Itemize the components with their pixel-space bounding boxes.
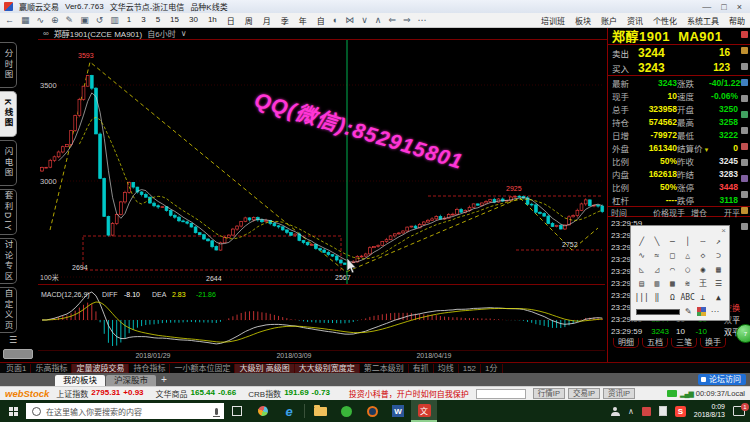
page-tab[interactable]: 页面1 [2, 364, 31, 373]
edge-tool-icon[interactable] [741, 47, 748, 54]
taskbar-clock[interactable]: 0:092018/8/13 [694, 403, 725, 419]
prev-page-icon[interactable]: ⇐ [388, 16, 396, 25]
edge-tool-icon[interactable] [741, 159, 748, 166]
notification-icon[interactable]: 1 [733, 406, 745, 416]
edge-tool-icon[interactable] [741, 207, 748, 214]
page-tab[interactable]: 有抓 [409, 364, 434, 373]
period-button[interactable]: 自 [316, 15, 326, 26]
edge-tool-icon[interactable] [741, 111, 748, 118]
page-tab[interactable]: 定量波段交易 [72, 364, 129, 373]
save-icon[interactable]: ▣ [80, 16, 89, 25]
grid-layout-icon[interactable]: ▦ [21, 16, 30, 25]
block-tab[interactable]: 我的板块 [55, 375, 105, 386]
candle-compare-icon[interactable]: ◐ [333, 16, 338, 25]
draw-tool-icon[interactable]: ▦ [711, 263, 726, 277]
period-button[interactable]: 月 [262, 15, 272, 26]
minimize-button[interactable]: — [702, 2, 711, 12]
draw-tool-icon[interactable]: 王 [695, 277, 710, 291]
edge-browser-icon[interactable]: e [276, 400, 302, 422]
period-button[interactable]: 5 [155, 15, 161, 26]
close-button[interactable]: × [737, 2, 742, 12]
draw-tool-icon[interactable]: ABC [680, 291, 695, 305]
chevron-down-icon[interactable]: ∨ [181, 29, 187, 38]
menu-item[interactable]: 培训班 [541, 15, 565, 26]
mic-icon[interactable] [215, 408, 218, 415]
menu-item[interactable]: 板块 [575, 15, 591, 26]
page-tab[interactable]: 1分 [481, 364, 502, 373]
draw-tool-icon[interactable]: ┄ [695, 235, 710, 249]
draw-tool-icon[interactable]: ⊃ [711, 249, 726, 263]
draw-tool-icon[interactable]: ≋ [680, 277, 695, 291]
draw-tool-icon[interactable]: □ [665, 249, 680, 263]
sogou-icon[interactable]: S [675, 406, 686, 417]
wenhua-app-icon[interactable]: 文 [411, 400, 437, 422]
crosshair-icon[interactable]: ⊕ [51, 16, 59, 25]
edge-tool-icon[interactable] [741, 127, 748, 134]
task-view-button[interactable] [224, 400, 250, 422]
draw-tool-icon[interactable]: ▩ [665, 277, 680, 291]
draw-tool-icon[interactable]: ∿ [634, 249, 649, 263]
draw-tool-icon[interactable]: ||| [634, 291, 649, 305]
add-block-tab-button[interactable]: + [161, 374, 167, 386]
chart-canvas[interactable]: 35932694264425672925275235003000100米MACD… [38, 40, 605, 362]
draw-tool-icon[interactable]: △ [680, 249, 695, 263]
page-tab[interactable]: 乐高指标 [31, 364, 72, 373]
draw-tool-icon[interactable]: ↗ [711, 235, 726, 249]
edge-tool-icon[interactable] [741, 63, 748, 70]
draw-tool-icon[interactable]: ⊥ [695, 291, 710, 305]
menu-item[interactable]: 帮助 [729, 15, 745, 26]
assistant-bubble[interactable]: 7 [736, 324, 750, 343]
edge-tool-icon[interactable] [741, 223, 748, 230]
back-icon[interactable]: ← [5, 16, 14, 25]
taskbar-search[interactable]: 在这里输入你要搜索的内容 [26, 403, 224, 419]
page-tab[interactable]: 大大级别宽度定 [295, 364, 360, 373]
draw-tool-icon[interactable]: ╲ [649, 235, 664, 249]
edge-tool-icon[interactable] [741, 79, 748, 86]
draw-tool-icon[interactable]: ◉ [695, 263, 710, 277]
more-tools-button[interactable]: ⋯ [711, 307, 719, 316]
draw-tool-icon[interactable]: ‖ [649, 291, 664, 305]
more-icon[interactable]: ⋯ [418, 16, 427, 25]
draw-tool-icon[interactable]: │ [680, 235, 695, 249]
period-button[interactable]: 年 [298, 15, 308, 26]
edge-tool-icon[interactable] [741, 143, 748, 150]
edge-tool-icon[interactable] [741, 191, 748, 198]
menu-item[interactable]: 资讯 [627, 15, 643, 26]
draw-tool-icon[interactable]: ▲ [711, 291, 726, 305]
draw-tool-icon[interactable]: ╱ [634, 235, 649, 249]
draw-tool-icon[interactable]: ◿ [649, 263, 664, 277]
clipboard-icon[interactable] [659, 406, 667, 416]
sidebar-tab[interactable]: 自定义页 [0, 287, 17, 333]
page-tab[interactable]: 均线 [434, 364, 459, 373]
tape-row[interactable]: 23:29:59324310-10双平 [608, 325, 750, 337]
menu-item[interactable]: 系统工具 [687, 15, 719, 26]
file-explorer-icon[interactable] [307, 400, 333, 422]
draw-tool-icon[interactable]: ▤ [634, 277, 649, 291]
menu-item[interactable]: 账户 [601, 15, 617, 26]
sidebar-bottom-button[interactable] [3, 349, 33, 359]
maximize-button[interactable]: □ [721, 2, 726, 12]
tape-tab[interactable]: 明细 [613, 338, 639, 348]
ask-price[interactable]: 3244 [638, 46, 665, 60]
tape-tab[interactable]: 三笔 [671, 338, 697, 348]
ip-server-button[interactable]: 交易IP [568, 388, 600, 399]
edge-tool-icon[interactable] [741, 31, 748, 38]
sidebar-tab[interactable]: K线图 [0, 91, 17, 137]
tray-expand-icon[interactable]: ∧ [628, 407, 634, 416]
refresh-icon[interactable]: ↺ [96, 16, 104, 25]
sidebar-tab[interactable]: 讨论专区 [0, 238, 17, 284]
block-tab[interactable]: 沪深股市 [106, 375, 156, 386]
edge-tool-icon[interactable] [741, 95, 748, 102]
period-button[interactable]: 日 [226, 15, 236, 26]
start-button[interactable] [0, 400, 26, 422]
line-style-swatch[interactable] [636, 309, 680, 315]
instrument-label[interactable]: 郑醇1901(CZCE MA901) [54, 28, 142, 39]
color-picker-icon[interactable] [697, 307, 706, 316]
palette-close-icon[interactable]: × [721, 226, 726, 235]
edge-tool-icon[interactable] [741, 175, 748, 182]
draw-tool-icon[interactable]: ☰ [711, 277, 726, 291]
period-button[interactable]: 3 [140, 15, 146, 26]
compress-icon[interactable]: ⋈ [345, 16, 354, 25]
period-button[interactable]: 1h [207, 15, 218, 26]
ip-server-button[interactable]: 资讯IP [603, 388, 635, 399]
